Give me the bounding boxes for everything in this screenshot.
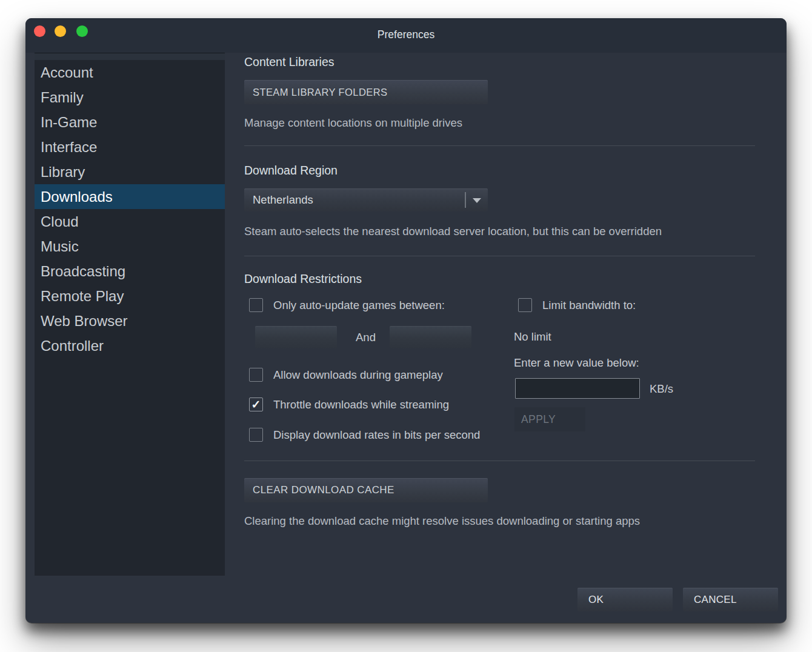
display-rates-label: Display download rates in bits per secon… — [273, 428, 480, 442]
ok-button[interactable]: OK — [577, 588, 673, 611]
sidebar-item-library[interactable]: Library — [35, 159, 225, 184]
bandwidth-unit-label: KB/s — [650, 382, 673, 396]
allow-downloads-label: Allow downloads during gameplay — [273, 368, 443, 382]
display-rates-checkbox[interactable] — [249, 428, 263, 442]
divider — [244, 461, 755, 461]
apply-button[interactable]: APPLY — [514, 407, 585, 431]
sidebar-item-downloads[interactable]: Downloads — [35, 184, 225, 209]
sidebar-top-strip — [35, 53, 225, 60]
download-region-description: Steam auto-selects the nearest download … — [244, 224, 662, 239]
steam-library-folders-button[interactable]: STEAM LIBRARY FOLDERS — [244, 80, 488, 104]
sidebar-item-in-game[interactable]: In-Game — [35, 110, 225, 135]
sidebar-item-broadcasting[interactable]: Broadcasting — [35, 259, 225, 284]
sidebar-item-remote-play[interactable]: Remote Play — [35, 284, 225, 308]
download-region-dropdown[interactable]: Netherlands — [244, 188, 488, 211]
clear-download-cache-button[interactable]: CLEAR DOWNLOAD CACHE — [244, 478, 488, 502]
limit-bandwidth-checkbox[interactable] — [518, 298, 532, 312]
sidebar-item-cloud[interactable]: Cloud — [35, 209, 225, 234]
dropdown-separator — [465, 192, 466, 208]
content-libraries-description: Manage content locations on multiple dri… — [244, 116, 462, 130]
divider — [244, 145, 755, 146]
auto-update-label: Only auto-update games between: — [273, 298, 445, 313]
sidebar-item-interface[interactable]: Interface — [35, 135, 225, 159]
window-title: Preferences — [25, 28, 787, 41]
clear-cache-description: Clearing the download cache might resolv… — [244, 514, 640, 528]
sidebar-item-account[interactable]: Account — [35, 60, 225, 85]
auto-update-start-select[interactable] — [255, 326, 337, 348]
sidebar-item-music[interactable]: Music — [35, 234, 225, 259]
content-libraries-title: Content Libraries — [244, 55, 334, 69]
bandwidth-prompt: Enter a new value below: — [514, 356, 639, 370]
allow-downloads-checkbox[interactable] — [249, 368, 263, 382]
bandwidth-status: No limit — [514, 330, 551, 344]
throttle-downloads-label: Throttle downloads while streaming — [273, 398, 449, 412]
throttle-downloads-checkbox[interactable]: ✓ — [249, 398, 263, 411]
auto-update-end-select[interactable] — [390, 326, 471, 348]
download-region-title: Download Region — [244, 163, 338, 178]
preferences-window: Preferences Account Family In-Game Inter… — [25, 18, 787, 623]
and-label: And — [356, 331, 376, 344]
bandwidth-input[interactable] — [515, 378, 640, 399]
download-region-value: Netherlands — [253, 188, 313, 211]
sidebar-item-controller[interactable]: Controller — [35, 333, 225, 358]
sidebar: Account Family In-Game Interface Library… — [35, 53, 225, 576]
download-restrictions-title: Download Restrictions — [244, 271, 362, 286]
sidebar-item-family[interactable]: Family — [35, 85, 225, 110]
auto-update-checkbox[interactable] — [249, 298, 263, 312]
limit-bandwidth-label: Limit bandwidth to: — [542, 298, 636, 313]
cancel-button[interactable]: CANCEL — [683, 588, 778, 611]
titlebar[interactable]: Preferences — [25, 18, 787, 53]
sidebar-item-web-browser[interactable]: Web Browser — [35, 308, 225, 333]
divider — [244, 256, 755, 256]
chevron-down-icon — [473, 198, 481, 203]
